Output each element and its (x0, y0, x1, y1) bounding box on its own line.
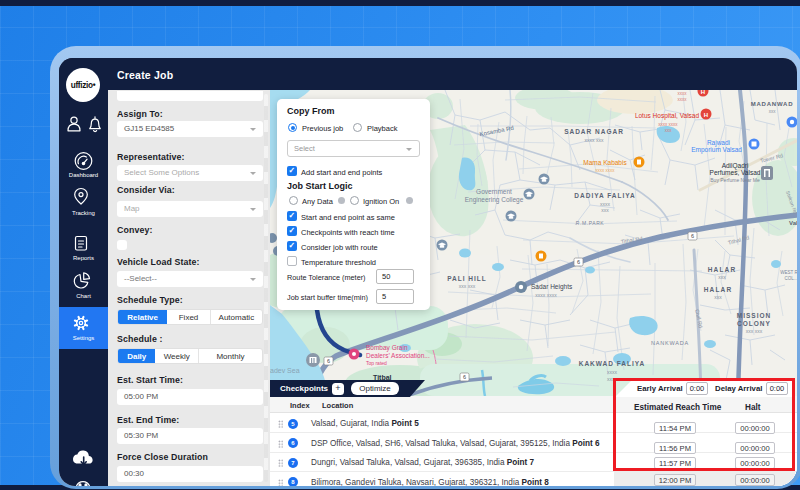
svg-text:WEST R: WEST R (780, 270, 797, 275)
svg-text:xxx: xxx (769, 109, 777, 114)
svg-text:xxx xxx: xxx xxx (459, 283, 476, 289)
svg-text:xxx: xxx (665, 128, 673, 133)
svg-text:COL...: COL... (784, 276, 797, 281)
svg-text:Perfumes, Valsad: Perfumes, Valsad (710, 169, 761, 176)
svg-text:xxxx: xxxx (607, 369, 618, 375)
svg-text:adev Sea: adev Sea (270, 367, 300, 374)
svg-text:PALI HILL: PALI HILL (447, 275, 487, 282)
svg-text:Top rated: Top rated (366, 360, 387, 366)
svg-text:xxxx xxxx: xxxx xxxx (658, 122, 678, 127)
svg-text:Emporium Valsad: Emporium Valsad (691, 146, 742, 154)
svg-text:H: H (701, 90, 705, 95)
svg-text:MISSION: MISSION (737, 312, 771, 319)
svg-text:xxx: xxx (601, 207, 609, 213)
svg-text:xxx xxx: xxx xxx (746, 328, 763, 334)
svg-text:MADANWAD: MADANWAD (751, 101, 794, 107)
svg-text:Bombay Grain: Bombay Grain (366, 344, 408, 352)
svg-text:HALAR: HALAR (708, 266, 737, 273)
svg-text:Government: Government (476, 188, 512, 195)
svg-text:Lotus Hospital, Valsad: Lotus Hospital, Valsad (635, 112, 700, 120)
svg-text:Buy Perfume Near Me: Buy Perfume Near Me (710, 177, 760, 183)
svg-text:Dealers’ Association...: Dealers’ Association... (366, 352, 430, 359)
svg-text:xxxx xxxx: xxxx xxxx (535, 292, 557, 298)
svg-text:6: 6 (463, 374, 466, 380)
svg-text:NANKWADA: NANKWADA (651, 340, 689, 346)
svg-text:6: 6 (577, 259, 580, 265)
svg-text:xxx: xxx (718, 274, 726, 280)
svg-text:Engineering College: Engineering College (465, 196, 524, 204)
svg-text:6: 6 (327, 358, 330, 364)
svg-text:xxxx: xxxx (678, 97, 688, 102)
svg-text:H: H (704, 112, 708, 118)
svg-text:R.M.PARK: R.M.PARK (576, 220, 605, 226)
svg-text:Valsa: Valsa (789, 220, 797, 226)
svg-text:Titbal: Titbal (373, 374, 392, 381)
svg-text:HALAR: HALAR (704, 286, 733, 293)
svg-text:xxxx xxxx: xxxx xxxx (595, 168, 615, 173)
svg-text:xxxx: xxxx (678, 91, 688, 96)
svg-text:Sadar Heights: Sadar Heights (531, 283, 573, 291)
svg-text:SADAR NAGAR: SADAR NAGAR (564, 128, 624, 135)
svg-text:DADIYA FALIYA: DADIYA FALIYA (574, 192, 635, 199)
svg-text:COLONY: COLONY (737, 320, 771, 327)
svg-text:Mama Kababis: Mama Kababis (583, 159, 627, 166)
svg-text:xxxx xxx: xxxx xxx (585, 137, 604, 143)
svg-text:6: 6 (691, 233, 694, 239)
svg-text:KAKWAD FALIYA: KAKWAD FALIYA (579, 360, 646, 367)
svg-text:xxx: xxx (714, 294, 722, 300)
